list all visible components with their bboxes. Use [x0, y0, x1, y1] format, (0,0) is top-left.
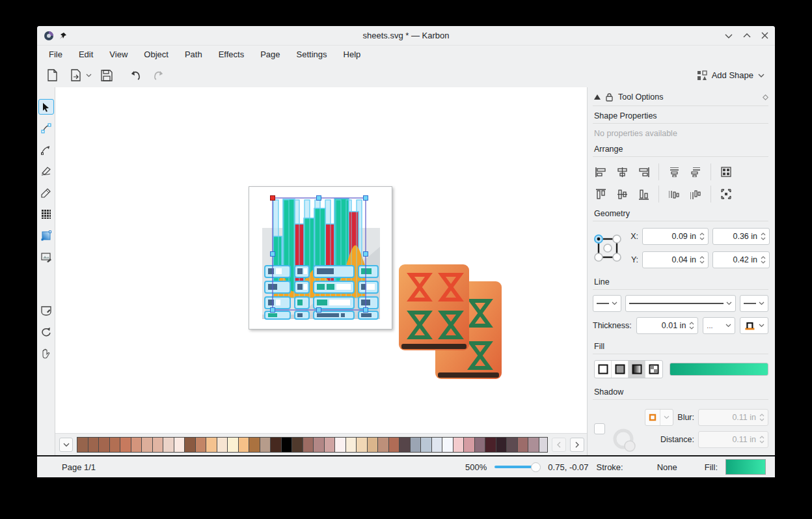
add-shape-button[interactable]: Add Shape [693, 68, 768, 83]
pin-keep-above-icon[interactable] [59, 32, 67, 40]
color-swatch[interactable] [239, 438, 250, 452]
distribute-horizontal-center-button[interactable] [668, 165, 681, 178]
height-spinbox[interactable]: 0.42 in [712, 251, 770, 268]
y-position-spinbox[interactable]: 0.04 in [642, 251, 709, 268]
color-swatch[interactable] [485, 438, 496, 452]
distribute-vertical-gaps-button[interactable] [689, 188, 702, 201]
shadow-angle-dial[interactable] [612, 427, 638, 453]
fill-pattern-button[interactable] [645, 361, 662, 378]
selection-handle-middle-right[interactable] [363, 251, 368, 257]
color-swatch[interactable] [271, 438, 282, 452]
align-left-button[interactable] [594, 165, 607, 178]
line-start-marker-combo[interactable] [593, 295, 621, 312]
select-tool-button[interactable] [38, 99, 54, 115]
line-style-combo[interactable] [625, 295, 736, 312]
color-swatch[interactable] [399, 438, 411, 452]
align-center-vertical-button[interactable] [616, 188, 629, 201]
pen-tool-button[interactable] [38, 142, 54, 158]
shadow-distance-spinbox[interactable]: 0.11 in [698, 431, 768, 448]
color-swatch[interactable] [539, 438, 548, 452]
color-swatch[interactable] [196, 438, 207, 452]
shadow-enable-checkbox[interactable] [594, 423, 605, 434]
color-swatch[interactable] [496, 438, 508, 452]
shape-tool-button[interactable] [38, 303, 54, 318]
redo-button[interactable] [150, 67, 167, 84]
close-button[interactable] [761, 32, 768, 39]
palette-menu-button[interactable] [59, 438, 73, 452]
color-swatch[interactable] [77, 438, 88, 452]
shadow-color-button[interactable] [645, 409, 673, 426]
color-swatch[interactable] [120, 438, 131, 452]
color-swatch[interactable] [421, 438, 432, 452]
edit-shapes-tool-button[interactable] [38, 120, 54, 136]
color-swatch[interactable] [368, 438, 379, 452]
color-swatch[interactable] [260, 438, 271, 452]
color-swatch[interactable] [464, 438, 475, 452]
color-swatch[interactable] [507, 438, 518, 452]
color-swatch[interactable] [442, 438, 453, 452]
canvas[interactable] [55, 87, 587, 433]
menu-view[interactable]: View [109, 49, 128, 59]
zoom-slider-handle[interactable] [531, 462, 541, 472]
color-swatch[interactable] [475, 438, 486, 452]
collapse-docker-icon[interactable] [594, 94, 601, 100]
color-swatch[interactable] [303, 438, 314, 452]
lock-docker-icon[interactable] [606, 93, 613, 102]
palette-scroll-left-button[interactable] [552, 438, 566, 452]
save-button[interactable] [98, 67, 115, 84]
sheets-icon-artwork[interactable] [395, 260, 509, 384]
color-swatch[interactable] [432, 438, 443, 452]
anchor-position-widget[interactable] [593, 233, 623, 263]
selection-handle-top-center[interactable] [316, 195, 321, 201]
color-swatch[interactable] [411, 438, 422, 452]
align-bottom-button[interactable] [637, 188, 650, 201]
undo-button[interactable] [127, 67, 144, 84]
menu-help[interactable]: Help [344, 49, 361, 59]
selection-handle-bottom-left[interactable] [270, 307, 275, 313]
selection-handle-middle-left[interactable] [270, 251, 275, 257]
gradient-tool-button[interactable] [38, 228, 54, 244]
pattern-edit-tool-button[interactable] [38, 249, 54, 265]
color-swatch[interactable] [153, 438, 164, 452]
color-swatch[interactable] [325, 438, 336, 452]
zoom-slider[interactable] [494, 461, 540, 473]
group-objects-button[interactable] [720, 165, 733, 178]
fill-none-button[interactable] [595, 361, 612, 378]
color-swatch[interactable] [206, 438, 217, 452]
color-swatch[interactable] [389, 438, 400, 452]
distribute-horizontal-gaps-button[interactable] [689, 165, 702, 178]
color-swatch[interactable] [518, 438, 529, 452]
color-swatch[interactable] [88, 438, 100, 452]
pencil-tool-button[interactable] [38, 185, 54, 201]
menu-settings[interactable]: Settings [297, 49, 327, 59]
fill-gradient-button[interactable] [629, 361, 645, 378]
selection-handle-top-left[interactable] [270, 195, 275, 201]
color-swatch[interactable] [282, 438, 293, 452]
color-swatch[interactable] [335, 438, 346, 452]
pattern-tool-button[interactable] [38, 206, 54, 222]
fill-solid-button[interactable] [612, 361, 629, 378]
pan-tool-button[interactable] [38, 346, 54, 361]
color-swatch[interactable] [174, 438, 185, 452]
selection-handle-bottom-center[interactable] [316, 307, 321, 313]
align-right-button[interactable] [637, 165, 650, 178]
line-cap-combo[interactable]: ... [703, 317, 735, 334]
line-end-marker-combo[interactable] [740, 295, 768, 312]
align-top-button[interactable] [594, 188, 607, 201]
color-swatch[interactable] [228, 438, 239, 452]
menu-page[interactable]: Page [260, 49, 280, 59]
selection-handle-top-right[interactable] [363, 195, 368, 201]
palette-scroll-right-button[interactable] [570, 438, 584, 452]
maximize-button[interactable] [743, 33, 751, 38]
align-center-horizontal-button[interactable] [616, 165, 629, 178]
open-document-button[interactable] [67, 67, 84, 84]
color-swatch[interactable] [110, 438, 121, 452]
menu-path[interactable]: Path [185, 49, 202, 59]
color-swatch[interactable] [314, 438, 325, 452]
calligraphy-tool-button[interactable] [38, 163, 54, 179]
menu-edit[interactable]: Edit [79, 49, 93, 59]
color-swatch[interactable] [142, 438, 153, 452]
width-spinbox[interactable]: 0.36 in [712, 228, 770, 245]
color-swatch[interactable] [163, 438, 174, 452]
ungroup-objects-button[interactable] [720, 188, 733, 201]
